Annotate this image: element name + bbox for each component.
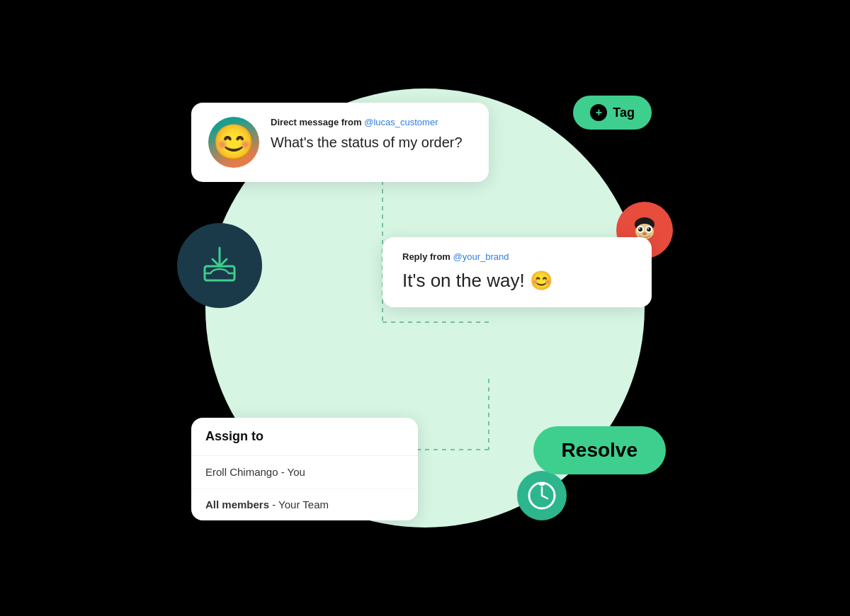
svg-rect-19: [539, 483, 545, 486]
tag-plus-icon: +: [590, 104, 607, 121]
reply-from: Reply from @your_brand: [402, 251, 632, 262]
svg-point-11: [647, 227, 651, 232]
dm-card: Direct message from @lucas_customer What…: [191, 103, 489, 182]
dm-message: What's the status of my order?: [271, 133, 472, 152]
svg-point-12: [647, 228, 649, 229]
assign-item-you[interactable]: Eroll Chimango - You: [191, 456, 418, 489]
dm-from: Direct message from @lucas_customer: [271, 117, 472, 127]
assign-item-all-members[interactable]: All members - Your Team: [191, 489, 418, 520]
svg-line-18: [542, 496, 548, 498]
dm-content: Direct message from @lucas_customer What…: [271, 117, 472, 152]
user-avatar: [208, 117, 259, 168]
reply-card: Reply from @your_brand It's on the way! …: [382, 237, 652, 307]
clock-icon: [517, 471, 567, 520]
reply-message: It's on the way! 😊: [402, 269, 632, 293]
svg-point-8: [638, 227, 642, 232]
svg-point-9: [639, 228, 640, 229]
svg-point-13: [642, 232, 647, 235]
assign-card: Assign to Eroll Chimango - You All membe…: [191, 418, 418, 520]
resolve-button[interactable]: Resolve: [533, 426, 666, 474]
tag-button[interactable]: + Tag: [573, 96, 652, 130]
scene: + Tag: [106, 25, 744, 591]
tag-label: Tag: [613, 105, 635, 120]
inbox-icon: [177, 223, 262, 308]
assign-header: Assign to: [191, 418, 418, 456]
